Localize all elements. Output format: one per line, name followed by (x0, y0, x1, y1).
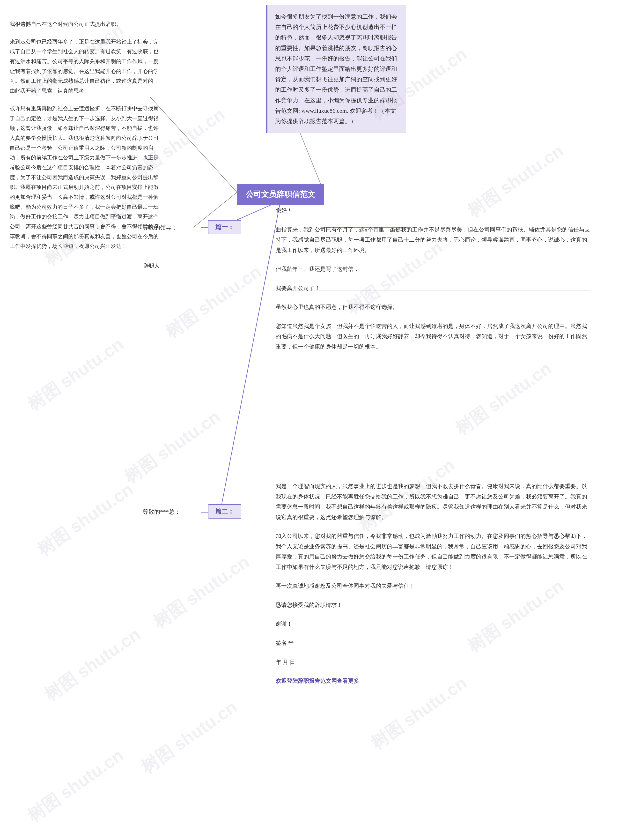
watermark-11: 树图 shutu.cn (23, 744, 128, 827)
intro-text: 如今很多朋友为了找到一份满意的工作，我们会在自己的个人简历上花费不少心机创造出不… (275, 12, 398, 126)
signer-area: 辞职人 (10, 261, 160, 271)
watermark-8: 树图 shutu.cn (148, 551, 254, 634)
s1-para2: 但我鼠年三、我还是写了这封信， (276, 264, 590, 274)
svg-line-2 (150, 97, 237, 192)
left-para1: 我很遗憾自己在这个时候向公司正式提出辞职。 (10, 19, 160, 29)
s2-para8: 欢迎登陆辞职报告范文网查看更多 (276, 676, 590, 686)
signer-label: 辞职人 (10, 261, 160, 271)
watermark-5: 树图 shutu.cn (23, 333, 128, 416)
intro-box: 如今很多朋友为了找到一份满意的工作，我们会在自己的个人简历上花费不少心机创造出不… (266, 5, 406, 133)
main-title: 公司文员辞职信范文 (246, 190, 315, 199)
main-title-box: 公司文员辞职信范文 (237, 184, 324, 205)
s2-para2: 加入公司以来，您对我的器重与信任，令我非常感动，也成为激励我努力工作的动力。在您… (276, 531, 590, 572)
left-para2: 来到xx公司也已经两年多了，正是在这里我开始踏上了社会，完成了自己从一个学生到社… (10, 37, 160, 96)
s1-para5: 您知道虽然我是个女孩，但我并不是个怕吃苦的人，而让我感到难堪的是，身体不好，居然… (276, 321, 590, 352)
s1-greeting: 您好！ (276, 205, 590, 216)
page-container: 树图 shutu.cn 树图 shutu.cn 树图 shutu.cn 树图 s… (0, 0, 619, 840)
s2-para1: 我是一个理智而现实的人，虽然事业上的进步也是我的梦想，但我不敢去拼什么青春。健康… (276, 481, 590, 523)
section2-content: 我是一个理智而现实的人，虽然事业上的进步也是我的梦想，但我不敢去拼什么青春。健康… (276, 481, 590, 695)
s2-para7: 年 月 日 (276, 657, 590, 668)
s1-para1: 曲指算来，我到公司已有个月了，这x个月里，虽然我的工作并不是尽善尽美，但在公司同… (276, 225, 590, 256)
respect-leader-label: 尊敬的领导： (143, 224, 178, 232)
section1-content: 您好！ 曲指算来，我到公司已有个月了，这x个月里，虽然我的工作并不是尽善尽美，但… (276, 205, 590, 361)
section1-label: 篇一： (208, 220, 241, 234)
section2-label: 篇二： (208, 504, 241, 518)
left-text-area: 我很遗憾自己在这个时候向公司正式提出辞职。 来到xx公司也已经两年多了，正是在这… (10, 19, 160, 271)
watermark-10: 树图 shutu.cn (136, 696, 242, 779)
watermark-7: 树图 shutu.cn (32, 478, 138, 561)
s2-para4: 恳请您接受我的辞职请求！ (276, 600, 590, 611)
s2-para3: 再一次真诚地感谢您及公司全体同事对我的关爱与信任！ (276, 581, 590, 591)
s2-para5: 谢谢！ (276, 619, 590, 629)
svg-line-5 (220, 201, 281, 513)
watermark-r4: 树图 shutu.cn (451, 357, 556, 440)
left-para3: 或许只有重新再跑到社会上去遭遇挫折，在不断打拼中去寻找属于自己的定位，才是我人生… (10, 104, 160, 251)
s1-para4: 虽然我心里也真的不愿意，但我不得不这样选择。 (276, 302, 590, 313)
respect-general-label: 尊敬的***总： (143, 508, 180, 516)
s2-para6: 签名 ** (276, 638, 590, 648)
s1-para3: 我要离开公司了！ (276, 283, 590, 293)
watermark-4: 树图 shutu.cn (160, 260, 266, 344)
watermark-6: 树图 shutu.cn (120, 405, 224, 489)
watermark-9: 树图 shutu.cn (40, 623, 145, 707)
